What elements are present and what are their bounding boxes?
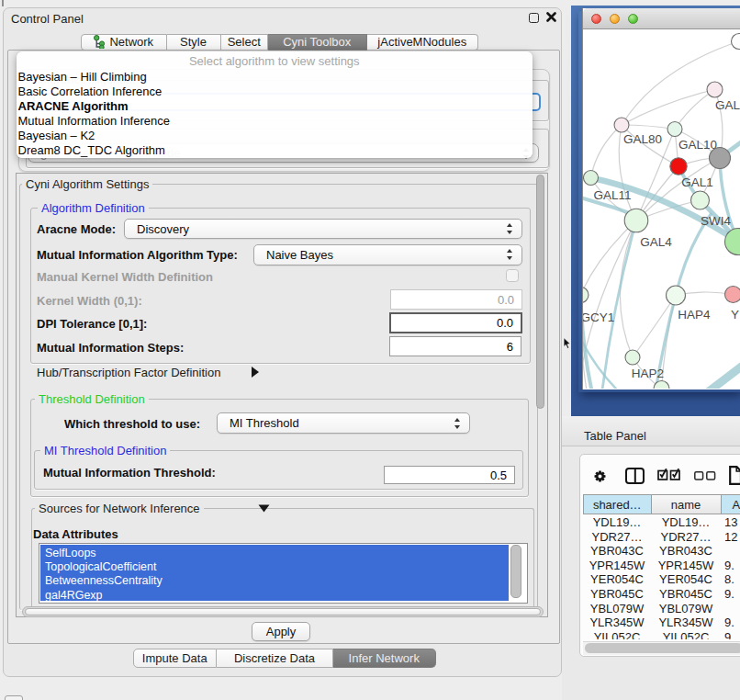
settings-hscrollbar-thumb[interactable] [25,608,541,615]
table-row[interactable]: YBR045CYBR045C9. [583,586,740,601]
hub-expand-icon[interactable] [251,366,260,378]
dpi-label: DPI Tolerance [0,1]: [37,317,147,331]
network-node-label: HAP2 [632,367,664,380]
mi-type-combobox[interactable]: Naive Bayes [253,244,522,265]
network-node-gal4[interactable] [624,209,648,232]
network-edge[interactable] [583,220,636,295]
hub-definition-label[interactable]: Hub/Transcription Factor Definition [37,366,220,379]
close-window-icon[interactable] [591,14,601,24]
attr-item-topologicalcoefficient[interactable]: TopologicalCoefficient [40,560,156,573]
network-node-hap2[interactable] [625,350,640,365]
mi-steps-value: 6 [507,340,513,354]
network-node-gal10[interactable] [667,122,682,137]
cell-name: YLR345W [651,615,721,629]
cell-shared-name: YIL052C [583,630,651,639]
mode-tab-impute-data[interactable]: Impute Data [133,649,218,668]
algorithm-item-dream8-dc-tdc-algorithm[interactable]: Dream8 DC_TDC Algorithm [17,143,531,157]
dpi-input[interactable]: 0.0 [389,312,522,333]
tab-cyni-toolbox[interactable]: Cyni Toolbox [268,34,367,51]
mode-tab-discretize-data[interactable]: Discretize Data [217,649,333,668]
cytoscape-desktop: Control Panel NetworkStyleSelectCyni Too… [0,0,740,700]
mi-steps-input[interactable]: 6 [389,336,521,356]
tab-label: Network [109,35,153,49]
close-panel-icon[interactable] [546,12,556,22]
mode-tab-label: Infer Network [349,651,420,665]
attr-item-gal4rgexp[interactable]: gal4RGexp [40,589,103,602]
tab-network[interactable]: Network [81,34,167,51]
sources-collapse-icon[interactable] [258,504,270,513]
mi-threshold-label: Mutual Information Threshold: [43,466,216,480]
network-window-titlebar[interactable] [583,8,740,29]
table-hscrollbar-thumb[interactable] [585,643,740,653]
data-attributes-list[interactable]: SelfLoopsTopologicalCoefficientBetweenne… [39,543,528,604]
network-edge[interactable] [620,220,636,357]
combo-arrows-icon [507,249,513,260]
cell-name: YBL079W [651,602,721,615]
table-row[interactable]: YDL19…YDL19…13 [583,514,740,529]
network-edge[interactable] [675,90,715,130]
network-node-gal80[interactable] [614,118,629,132]
network-edge[interactable] [591,125,622,178]
apply-button[interactable]: Apply [252,622,310,641]
algorithm-item-bayesian-hill-climbing[interactable]: Bayesian – Hill Climbing [17,70,531,84]
algorithm-item-basic-correlation-inference[interactable]: Basic Correlation Inference [17,85,531,98]
kernel-width-input[interactable]: 0.0 [390,289,522,310]
mode-tab-label: Impute Data [142,651,207,665]
document-icon[interactable] [729,466,740,485]
mi-steps-label: Mutual Information Steps: [37,341,184,355]
attr-item-betweennesscentrality[interactable]: BetweennessCentrality [40,574,163,587]
dock-button-partial[interactable] [5,695,23,700]
float-window-icon[interactable] [529,13,539,23]
tab-select[interactable]: Select [221,34,269,51]
network-node-gal[interactable] [707,82,723,97]
cell-name: YPR145W [651,559,721,572]
table-row[interactable]: YPR145WYPR145W9. [583,558,740,572]
network-canvas[interactable]: GALGAL80GAL10GAL1GAL11GAL4SWI4GCY1HAP4YH… [583,28,740,389]
column-header-1[interactable]: shared… [583,494,652,514]
column-header-2[interactable]: name [651,494,722,514]
attr-item-selfloops[interactable]: SelfLoops [40,547,96,559]
aracne-mode-combobox[interactable]: Discovery [124,219,522,239]
table-row[interactable]: YBL079WYBL079W [583,601,740,615]
table-row[interactable]: YDR27…YDR27…12 [583,529,740,544]
network-edge[interactable] [622,90,715,126]
algorithm-item-bayesian-k2[interactable]: Bayesian – K2 [17,129,531,142]
mode-tab-infer-network[interactable]: Infer Network [333,649,436,668]
algorithm-item-mutual-information-inference[interactable]: Mutual Information Inference [17,114,531,128]
tab-jactivemnodules[interactable]: jActiveMNodules [367,34,479,51]
network-node-gcy1[interactable] [583,288,589,303]
network-edge[interactable] [622,125,675,130]
unchecked-columns-icon[interactable] [694,471,718,480]
network-node-gal1[interactable] [670,158,687,175]
table-row[interactable]: YBR043CYBR043C [583,543,740,558]
network-node-gal11[interactable] [584,171,599,186]
network-edge-highlighted[interactable] [701,362,740,389]
checked-columns-icon[interactable] [657,468,681,480]
settings-vscrollbar-thumb[interactable] [536,175,544,409]
zoom-window-icon[interactable] [628,14,638,24]
network-node-swi4[interactable] [691,191,710,209]
table-row[interactable]: YER054CYER054C8. [583,571,740,586]
split-view-icon[interactable] [625,468,645,484]
tab-style[interactable]: Style [167,34,221,51]
mi-threshold-input[interactable]: 0.5 [384,466,515,484]
manual-kernel-checkbox[interactable] [506,269,519,282]
minimize-window-icon[interactable] [610,14,620,24]
network-node-y[interactable] [725,287,740,303]
cell-value: 13 [724,515,740,529]
network-edge[interactable] [622,41,739,125]
algorithm-item-aracne-algorithm[interactable]: ARACNE Algorithm [17,99,531,113]
cell-value: 9 [724,630,740,639]
network-node-label: GAL80 [623,132,662,146]
attr-list-scrollbar[interactable] [510,545,521,598]
table-row[interactable]: YLR345WYLR345W9. [583,615,740,629]
table-row[interactable]: YIL052CYIL052C9 [583,629,740,639]
tab-label: jActiveMNodules [377,35,466,49]
gear-icon[interactable] [592,469,608,484]
column-header-3[interactable]: A [721,494,740,514]
cell-name: YBR045C [651,587,721,601]
cyni-settings-group-title: Cyni Algorithm Settings [22,178,152,191]
network-node-hap4[interactable] [667,286,686,305]
which-threshold-combobox[interactable]: MI Threshold [217,412,470,434]
network-node-top-clipped[interactable] [732,34,740,50]
